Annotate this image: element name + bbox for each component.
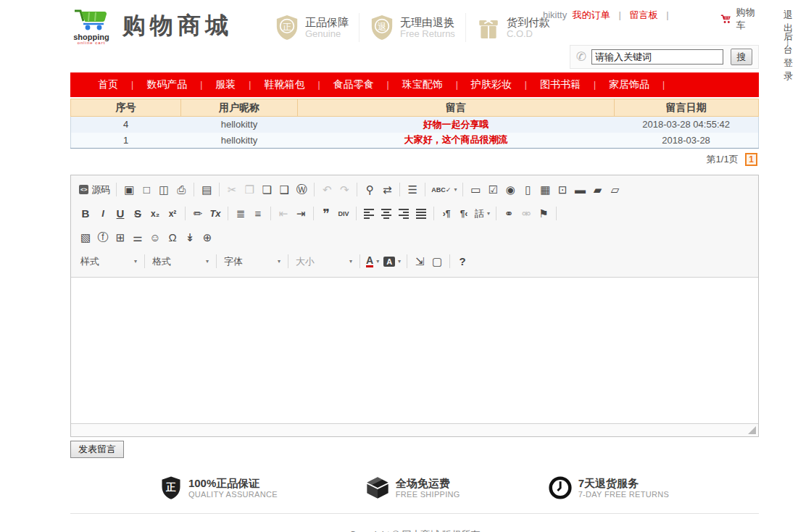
nav-item-books[interactable]: 图书书籍 [540,78,581,91]
source-button[interactable]: <>源码 [77,181,112,199]
paste-button[interactable]: ❏ [258,181,275,199]
text-direction-ltr-button[interactable]: ›¶ [438,205,455,223]
search-button[interactable]: 搜 [731,49,752,65]
image-button[interactable]: ▧ [77,229,94,246]
replace-button[interactable]: ⇄ [378,181,396,199]
search-input[interactable] [591,49,723,65]
find-button[interactable]: ⚲ [361,181,378,199]
source-label: 源码 [91,183,110,196]
text-field-button[interactable]: ▯ [519,181,536,199]
text-color-button[interactable]: A▾ [364,253,381,270]
submit-message-button[interactable]: 发表留言 [70,441,124,458]
align-right-button[interactable] [395,205,412,223]
cart-link[interactable]: 购物车 [720,6,759,32]
table-button[interactable]: ⊞ [112,229,129,246]
checkbox-button[interactable]: ☑ [484,181,502,199]
cut-button[interactable]: ✂ [223,181,241,199]
nav-item-food-snacks[interactable]: 食品零食 [333,78,374,91]
underline-icon: U [117,207,125,220]
resize-handle[interactable] [748,426,756,434]
message-board-link[interactable]: 留言板 [630,9,658,20]
admin-login-link[interactable]: 后台登录 [784,31,793,81]
my-orders-link[interactable]: 我的订单 [573,9,610,20]
iframe-button[interactable]: ⊕ [199,229,216,246]
nav-item-clothing[interactable]: 服装 [215,78,236,91]
user-links: hikitty 我的订单 | 留言板 | 购物车 退出 [470,6,759,45]
remove-format-button[interactable]: Tx [207,205,224,223]
copy-button[interactable]: ❐ [241,181,258,199]
indent-button[interactable]: ⇥ [292,205,309,223]
copy-formatting-button[interactable]: ✏ [189,205,207,223]
about-button[interactable]: ? [454,253,471,270]
form-button[interactable]: ▭ [467,181,484,199]
paste-text-button[interactable]: ❑ [275,181,293,199]
underline-button[interactable]: U [112,205,129,223]
nav-item-shoes-bags[interactable]: 鞋靴箱包 [264,78,304,91]
page-break-button[interactable]: ↡ [181,229,199,246]
logo-brand-text: shopping [70,33,112,41]
nav-item-home-decor[interactable]: 家居饰品 [609,78,649,91]
toolbar-row-1: <>源码 ▣ □ ◫ ⎙ ▤ ✂ ❐ ❏ ❑ Ⓦ ↶ ↷ ⚲ ⇄ [77,178,752,201]
new-page-button[interactable]: □ [138,181,155,199]
nav-separator: | [249,80,251,90]
subscript-button[interactable]: x₂ [146,205,164,223]
spellcheck-button[interactable]: ABC✓▾ [429,181,459,199]
bold-button[interactable]: B [77,205,94,223]
button-field-button[interactable]: ▬ [571,181,589,199]
link-button[interactable]: ⚭ [500,205,518,223]
nav-item-digital[interactable]: 数码产品 [146,78,187,91]
unlink-button[interactable]: ⚮ [518,205,535,223]
paste-word-button[interactable]: Ⓦ [293,181,310,199]
templates-button[interactable]: ▤ [198,181,215,199]
toolbar-separator [116,183,117,196]
select-all-button[interactable]: ☰ [404,181,421,199]
language-button[interactable]: 話▾ [473,205,492,223]
footer-features: 正 100%正品保证 QUALITY ASSURANCE 全场免运费 FREE … [70,470,759,510]
nav-item-cosmetics[interactable]: 护肤彩妆 [471,78,512,91]
bullet-list-button[interactable]: ≡ [249,205,267,223]
page-number-button[interactable]: 1 [745,153,757,166]
special-char-button[interactable]: Ω [164,229,181,246]
redo-button[interactable]: ↷ [336,181,353,199]
image-button-button[interactable]: ▰ [589,181,606,199]
radio-button[interactable]: ◉ [502,181,519,199]
select-field-button[interactable]: ⊡ [554,181,571,199]
font-combo[interactable]: 字体▾ [220,254,284,270]
editor-content-area[interactable] [71,278,758,423]
text-direction-rtl-button[interactable]: ¶‹ [455,205,473,223]
numbered-list-button[interactable]: ≣ [232,205,249,223]
align-left-button[interactable] [360,205,378,223]
logo[interactable]: shopping online cart 购物商城 [70,6,233,45]
maximize-button[interactable]: ⇲ [411,253,428,270]
preview-button[interactable]: ◫ [155,181,173,199]
col-header-id: 序号 [71,99,181,117]
toolbar-separator [449,254,450,268]
background-color-button[interactable]: A▾ [381,253,403,270]
strikethrough-button[interactable]: S [129,205,146,223]
textarea-button[interactable]: ▦ [536,181,554,199]
show-blocks-button[interactable]: ▢ [428,253,446,270]
format-combo[interactable]: 格式▾ [149,254,212,270]
italic-button[interactable]: I [94,205,112,223]
horizontal-line-button[interactable]: ⚌ [129,229,146,246]
nav-item-jewelry[interactable]: 珠宝配饰 [402,78,443,91]
div-container-button[interactable]: DIV [335,205,352,223]
align-center-button[interactable] [378,205,395,223]
superscript-button[interactable]: x² [164,205,181,223]
smiley-button[interactable]: ☺ [146,229,164,246]
outdent-button[interactable]: ⇤ [275,205,292,223]
size-combo[interactable]: 大小▾ [292,254,356,270]
anchor-button[interactable]: ⚑ [535,205,552,223]
flash-button[interactable]: ⓕ [94,229,112,246]
justify-button[interactable] [412,205,430,223]
blockquote-button[interactable]: ❞ [317,205,335,223]
nav-item-home[interactable]: 首页 [98,78,118,91]
numbered-list-icon: ≣ [236,207,246,220]
print-button[interactable]: ⎙ [173,181,190,199]
hidden-field-button[interactable]: ▱ [606,181,623,199]
link-icon: ⚭ [504,207,514,220]
save-button[interactable]: ▣ [120,181,138,199]
badge-genuine: 正 正品保障 Genuine [265,13,359,42]
undo-button[interactable]: ↶ [318,181,336,199]
styles-combo[interactable]: 样式▾ [77,254,141,270]
